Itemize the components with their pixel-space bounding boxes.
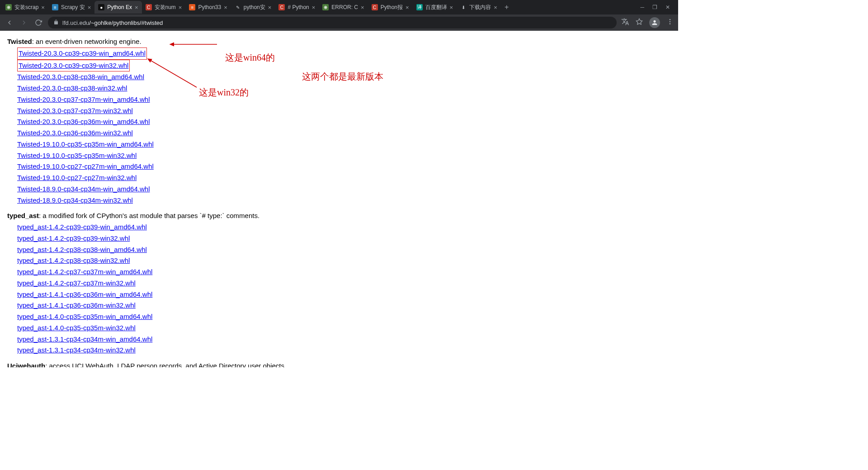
close-icon[interactable]: × xyxy=(179,4,182,11)
lock-icon xyxy=(53,19,59,26)
svg-point-1 xyxy=(670,19,671,20)
new-tab-button[interactable]: + xyxy=(501,1,513,13)
tab[interactable]: C安装num× xyxy=(142,1,186,14)
tab-title: 安装num xyxy=(155,4,176,11)
tab-title: Python Ex xyxy=(107,4,132,10)
download-link[interactable]: Twisted-20.3.0-cp36-cp36m-win_amd64.whl xyxy=(17,116,150,128)
download-link[interactable]: Twisted-19.10.0-cp27-cp27m-win_amd64.whl xyxy=(17,161,154,172)
tab[interactable]: ❋安装scrap× xyxy=(2,1,48,14)
tab-title: 下载内容 xyxy=(469,4,491,11)
tab-favicon: ≡ xyxy=(52,4,58,10)
tab[interactable]: ⬇下载内容× xyxy=(457,1,501,14)
tab[interactable]: CPython报× xyxy=(368,1,413,14)
svg-point-3 xyxy=(670,23,671,24)
download-link[interactable]: Twisted-20.3.0-cp38-cp38-win_amd64.whl xyxy=(17,71,144,83)
profile-avatar[interactable] xyxy=(649,17,660,28)
tab[interactable]: ✎python安× xyxy=(231,1,275,14)
download-link[interactable]: Twisted-19.10.0-cp35-cp35m-win32.whl xyxy=(17,150,137,161)
tab-title: # Python xyxy=(288,4,309,10)
section-uciwebauth-header: Uciwebauth: access UCI WebAuth, LDAP per… xyxy=(7,361,671,367)
reload-button[interactable] xyxy=(33,18,43,28)
url-field[interactable]: lfd.uci.edu/~gohlke/pythonlibs/#twisted xyxy=(48,17,617,28)
translate-icon[interactable] xyxy=(621,18,629,28)
back-button[interactable] xyxy=(5,18,14,28)
section-twisted-header: Twisted: an event-driven networking engi… xyxy=(7,36,671,47)
tab-title: 百度翻译 xyxy=(425,4,447,11)
tab-favicon: C xyxy=(372,4,378,10)
download-link[interactable]: typed_ast-1.4.1-cp36-cp36m-win_amd64.whl xyxy=(17,289,152,300)
download-link[interactable]: typed_ast-1.4.2-cp38-cp38-win_amd64.whl xyxy=(17,244,147,256)
download-link[interactable]: Twisted-20.3.0-cp39-cp39-win_amd64.whl xyxy=(17,47,147,60)
close-icon[interactable]: × xyxy=(135,4,138,11)
download-link[interactable]: typed_ast-1.4.0-cp35-cp35m-win_amd64.whl xyxy=(17,311,152,323)
download-link[interactable]: Twisted-20.3.0-cp39-cp39-win32.whl xyxy=(17,60,130,72)
page-viewport[interactable]: Twisted: an event-driven networking engi… xyxy=(0,31,678,367)
svg-point-2 xyxy=(670,21,671,23)
close-icon[interactable]: × xyxy=(494,4,497,11)
annotation-win32: 这是win32的 xyxy=(199,85,249,100)
tab-title: python安 xyxy=(244,4,265,11)
tab-favicon: ⬇ xyxy=(460,4,467,10)
close-icon[interactable]: × xyxy=(268,4,272,11)
download-link[interactable]: typed_ast-1.3.1-cp34-cp34m-win_amd64.whl xyxy=(17,334,152,345)
bookmark-icon[interactable] xyxy=(636,18,643,27)
forward-button[interactable] xyxy=(19,18,29,28)
download-link[interactable]: Twisted-20.3.0-cp36-cp36m-win32.whl xyxy=(17,128,133,139)
url-text: lfd.uci.edu/~gohlke/pythonlibs/#twisted xyxy=(62,19,611,26)
tab-favicon: ✎ xyxy=(235,4,241,10)
address-bar: lfd.uci.edu/~gohlke/pythonlibs/#twisted xyxy=(0,14,678,31)
download-link[interactable]: typed_ast-1.4.2-cp38-cp38-win32.whl xyxy=(17,255,130,266)
download-link[interactable]: Twisted-18.9.0-cp34-cp34m-win_amd64.whl xyxy=(17,184,150,195)
tab-favicon: 译 xyxy=(416,4,423,10)
annotation-latest: 这两个都是最新版本 xyxy=(302,69,383,84)
tab[interactable]: ❋ERROR: C× xyxy=(319,1,368,14)
tab-favicon: ≡ xyxy=(189,4,195,10)
download-link[interactable]: typed_ast-1.4.0-cp35-cp35m-win32.whl xyxy=(17,323,136,334)
tab[interactable]: C# Python× xyxy=(275,1,319,14)
tab-favicon: ❋ xyxy=(5,4,12,10)
tab-title: Scrapy 安 xyxy=(61,4,85,11)
download-link[interactable]: Twisted-20.3.0-cp37-cp37m-win32.whl xyxy=(17,105,133,117)
download-link[interactable]: typed_ast-1.4.2-cp39-cp39-win_amd64.whl xyxy=(17,222,147,233)
close-icon[interactable]: × xyxy=(406,4,409,11)
close-icon[interactable]: × xyxy=(88,4,91,11)
tab[interactable]: ≡Scrapy 安× xyxy=(48,1,94,14)
download-link[interactable]: Twisted-19.10.0-cp35-cp35m-win_amd64.whl xyxy=(17,139,154,150)
close-icon[interactable]: × xyxy=(224,4,227,11)
download-link[interactable]: Twisted-19.10.0-cp27-cp27m-win32.whl xyxy=(17,172,137,184)
close-icon[interactable]: × xyxy=(450,4,453,11)
maximize-button[interactable]: ❐ xyxy=(652,4,657,10)
download-link[interactable]: typed_ast-1.4.2-cp37-cp37m-win32.whl xyxy=(17,278,136,289)
tab[interactable]: ●Python Ex× xyxy=(94,1,142,14)
download-link[interactable]: typed_ast-1.3.1-cp34-cp34m-win32.whl xyxy=(17,345,136,356)
close-icon[interactable]: × xyxy=(312,4,316,11)
tab-favicon: C xyxy=(278,4,285,10)
tab-bar: ❋安装scrap×≡Scrapy 安×●Python Ex×C安装num×≡Py… xyxy=(0,0,678,14)
tab-favicon: C xyxy=(146,4,152,10)
download-link[interactable]: typed_ast-1.4.2-cp37-cp37m-win_amd64.whl xyxy=(17,266,152,278)
svg-marker-0 xyxy=(636,19,642,24)
download-link[interactable]: typed_ast-1.4.1-cp36-cp36m-win32.whl xyxy=(17,300,136,311)
tab[interactable]: 译百度翻译× xyxy=(413,1,457,14)
tab[interactable]: ≡Python33× xyxy=(185,1,231,14)
menu-icon[interactable] xyxy=(666,18,674,27)
tab-title: 安装scrap xyxy=(14,4,38,11)
browser-chrome: ❋安装scrap×≡Scrapy 安×●Python Ex×C安装num×≡Py… xyxy=(0,0,678,31)
tab-favicon: ● xyxy=(98,4,104,10)
download-link[interactable]: Twisted-18.9.0-cp34-cp34m-win32.whl xyxy=(17,195,133,206)
tab-title: Python报 xyxy=(381,4,403,11)
tab-favicon: ❋ xyxy=(322,4,329,10)
close-button[interactable]: ✕ xyxy=(665,4,670,10)
download-link[interactable]: Twisted-20.3.0-cp38-cp38-win32.whl xyxy=(17,83,127,94)
download-link[interactable]: typed_ast-1.4.2-cp39-cp39-win32.whl xyxy=(17,233,130,244)
section-typed-ast-header: typed_ast: a modified fork of CPython's … xyxy=(7,210,671,222)
annotation-win64: 这是win64的 xyxy=(225,50,275,65)
close-icon[interactable]: × xyxy=(41,4,45,11)
close-icon[interactable]: × xyxy=(361,4,364,11)
tab-title: Python33 xyxy=(198,4,221,10)
download-link[interactable]: Twisted-20.3.0-cp37-cp37m-win_amd64.whl xyxy=(17,94,150,105)
typed-ast-link-list: typed_ast-1.4.2-cp39-cp39-win_amd64.whlt… xyxy=(7,222,671,356)
tab-title: ERROR: C xyxy=(331,4,358,10)
minimize-button[interactable]: ─ xyxy=(640,4,644,10)
